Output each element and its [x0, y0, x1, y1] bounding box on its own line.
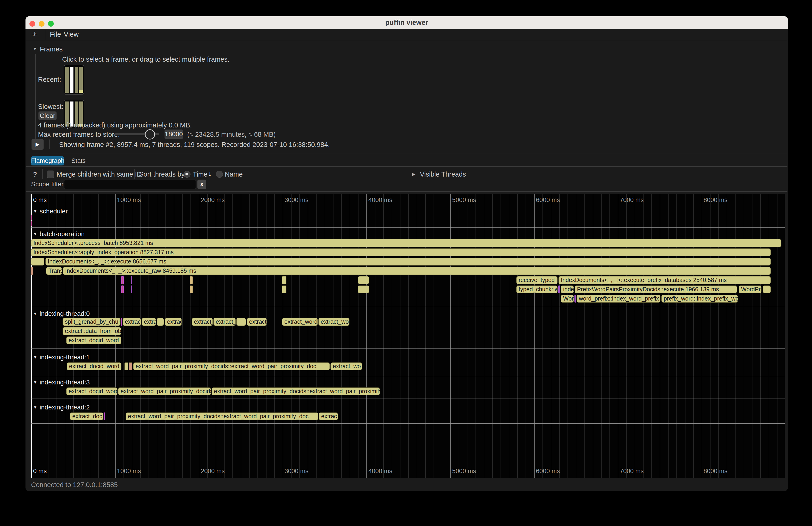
flamegraph-scope-bar[interactable] — [31, 221, 32, 226]
flamegraph-scope-bar[interactable] — [31, 215, 32, 220]
flamegraph-scope-bar[interactable]: IndexDocuments<_, _>::execute_raw 8459.1… — [63, 267, 771, 275]
thread-collapse-icon[interactable]: ▼ — [33, 380, 37, 385]
sort-name-label[interactable]: Name — [225, 171, 243, 178]
flamegraph-scope-bar[interactable] — [121, 276, 124, 284]
flamegraph-scope-bar[interactable]: IndexScheduler>::apply_index_operation 8… — [31, 248, 771, 256]
flamegraph-scope-bar[interactable] — [575, 295, 576, 303]
flamegraph-scope-bar[interactable] — [190, 276, 193, 284]
flamegraph-scope-bar[interactable]: extract_word_pair_proximity_docids::extr… — [126, 412, 318, 420]
flamegraph-scope-bar[interactable]: WordPr — [739, 286, 762, 293]
sort-time-radio[interactable] — [184, 171, 190, 178]
flamegraph-scope-bar[interactable] — [282, 276, 287, 284]
thread-header-indexing-thread:2[interactable]: ▼indexing-thread:2 — [33, 404, 90, 411]
flamegraph-scope-bar[interactable]: extract_word_pair_proximity_docids — [118, 388, 211, 395]
visible-threads-collapse-icon[interactable]: ▶ — [412, 172, 416, 177]
flamegraph-scope-bar[interactable] — [236, 318, 246, 326]
section-separator — [31, 306, 785, 306]
flamegraph-scope-bar[interactable] — [358, 276, 369, 284]
thread-collapse-icon[interactable]: ▼ — [33, 232, 37, 236]
frames-header[interactable]: Frames — [40, 45, 62, 53]
flamegraph-scope-bar[interactable] — [358, 286, 369, 293]
clear-filter-button[interactable]: x — [198, 179, 206, 189]
tab-stats[interactable]: Stats — [71, 157, 86, 164]
flamegraph-scope-bar[interactable]: extrac — [165, 318, 182, 326]
flamegraph-scope-bar[interactable]: prefix_word::index_prefix_wo — [662, 295, 738, 303]
max-frames-slider-knob[interactable] — [145, 129, 155, 140]
scope-filter-input[interactable] — [64, 179, 196, 189]
frames-collapse-icon[interactable]: ▼ — [33, 46, 37, 52]
thread-collapse-icon[interactable]: ▼ — [33, 209, 37, 214]
flamegraph-scope-bar[interactable] — [31, 267, 33, 275]
sort-time-label[interactable]: Time — [193, 171, 207, 178]
flamegraph-scope-bar[interactable] — [157, 318, 164, 326]
app-menu-icon[interactable]: ✳ — [32, 31, 37, 38]
flamegraph-canvas[interactable]: 0 ms0 ms1000 ms1000 ms2000 ms2000 ms3000… — [31, 194, 785, 478]
gridline — [366, 194, 367, 478]
flamegraph-scope-bar[interactable]: extract::data_from_ob — [62, 327, 121, 335]
visible-threads-header[interactable]: Visible Threads — [420, 171, 466, 178]
flamegraph-scope-bar[interactable]: extrac — [319, 412, 338, 420]
sort-direction-arrow-icon[interactable]: ↓ — [208, 170, 212, 178]
flamegraph-scope-bar[interactable]: extra — [142, 318, 156, 326]
flamegraph-scope-bar[interactable]: extract_word_pair_proximity_docids::extr… — [212, 388, 380, 395]
thread-header-indexing-thread:1[interactable]: ▼indexing-thread:1 — [33, 354, 90, 361]
flamegraph-scope-bar[interactable] — [104, 412, 105, 420]
flamegraph-scope-bar[interactable]: extract — [247, 318, 267, 326]
gridline — [584, 194, 585, 478]
flamegraph-scope-bar[interactable]: typed_chunk::w — [516, 286, 557, 293]
gridline — [98, 194, 99, 478]
flamegraph-scope-bar[interactable]: extract_wo — [318, 318, 349, 326]
flamegraph-scope-bar[interactable]: index — [561, 286, 574, 293]
thread-header-batch-operation[interactable]: ▼batch-operation — [33, 230, 85, 238]
gridline — [258, 194, 258, 478]
flamegraph-scope-bar[interactable]: extract — [122, 318, 141, 326]
flamegraph-scope-bar[interactable] — [131, 286, 132, 293]
gridline — [434, 194, 434, 478]
merge-children-checkbox[interactable] — [47, 171, 54, 178]
menu-file[interactable]: File — [50, 30, 61, 38]
flamegraph-scope-bar[interactable] — [129, 362, 132, 370]
flamegraph-scope-bar[interactable] — [31, 258, 44, 265]
flamegraph-scope-bar[interactable]: extract_w — [214, 318, 236, 326]
flamegraph-scope-bar[interactable] — [131, 276, 132, 284]
thread-collapse-icon[interactable]: ▼ — [33, 355, 37, 360]
thread-collapse-icon[interactable]: ▼ — [33, 311, 37, 316]
flamegraph-scope-bar[interactable] — [190, 286, 193, 293]
flamegraph-scope-bar[interactable]: extract_doc — [70, 412, 103, 420]
flamegraph-scope-bar[interactable]: extract_ — [192, 318, 213, 326]
flamegraph-scope-bar[interactable]: word_prefix::index_word_prefix — [577, 295, 661, 303]
tab-flamegraph[interactable]: Flamegraph — [31, 156, 64, 165]
flamegraph-scope-bar[interactable]: extract_wo — [331, 362, 362, 370]
recent-frames-thumbnail[interactable] — [64, 65, 84, 94]
flamegraph-scope-bar[interactable]: split_grenad_by_chun — [62, 318, 120, 326]
flamegraph-scope-bar[interactable]: IndexDocuments<_, _>::execute 8656.677 m… — [45, 258, 771, 265]
flamegraph-scope-bar[interactable] — [282, 286, 287, 293]
flamegraph-scope-bar[interactable] — [558, 286, 560, 293]
flamegraph-scope-bar[interactable]: extract_docid_word — [67, 362, 121, 370]
thread-header-scheduler[interactable]: ▼scheduler — [33, 208, 68, 215]
flamegraph-scope-bar[interactable]: extract_docid_word — [66, 336, 121, 344]
menu-view[interactable]: View — [64, 30, 78, 38]
thread-header-indexing-thread:0[interactable]: ▼indexing-thread:0 — [33, 310, 90, 318]
sort-name-radio[interactable] — [216, 171, 223, 178]
flamegraph-scope-bar[interactable] — [125, 362, 128, 370]
max-frames-value[interactable]: 18000 — [164, 130, 183, 139]
flamegraph-scope-bar[interactable]: IndexDocuments<_, _>::execute_prefix_dat… — [559, 276, 771, 284]
thread-collapse-icon[interactable]: ▼ — [33, 405, 37, 410]
flamegraph-scope-bar[interactable]: PrefixWordPairsProximityDocids::execute … — [575, 286, 737, 293]
flamegraph-scope-bar[interactable]: receive_typed_ — [516, 276, 557, 284]
flamegraph-scope-bar[interactable]: extract_word_pair_proximity_docids::extr… — [133, 362, 330, 370]
flamegraph-scope-bar[interactable]: Trans — [46, 267, 62, 275]
flamegraph-scope-bar[interactable]: extract_word — [282, 318, 318, 326]
flamegraph-scope-bar[interactable]: Word — [561, 295, 574, 303]
flamegraph-scope-bar[interactable]: IndexScheduler>::process_batch 8953.821 … — [31, 239, 781, 247]
gridline — [266, 194, 266, 478]
flamegraph-scope-bar[interactable]: extract_docid_word — [66, 388, 117, 395]
help-button[interactable]: ? — [33, 171, 37, 178]
flamegraph-scope-bar[interactable] — [121, 286, 124, 293]
play-button[interactable]: ▶ — [31, 139, 44, 150]
clear-frames-button[interactable]: Clear — [39, 112, 57, 120]
flamegraph-scope-bar[interactable] — [763, 286, 771, 293]
thread-header-indexing-thread:3[interactable]: ▼indexing-thread:3 — [33, 379, 90, 386]
flamegraph-scope-bar[interactable] — [121, 318, 122, 326]
